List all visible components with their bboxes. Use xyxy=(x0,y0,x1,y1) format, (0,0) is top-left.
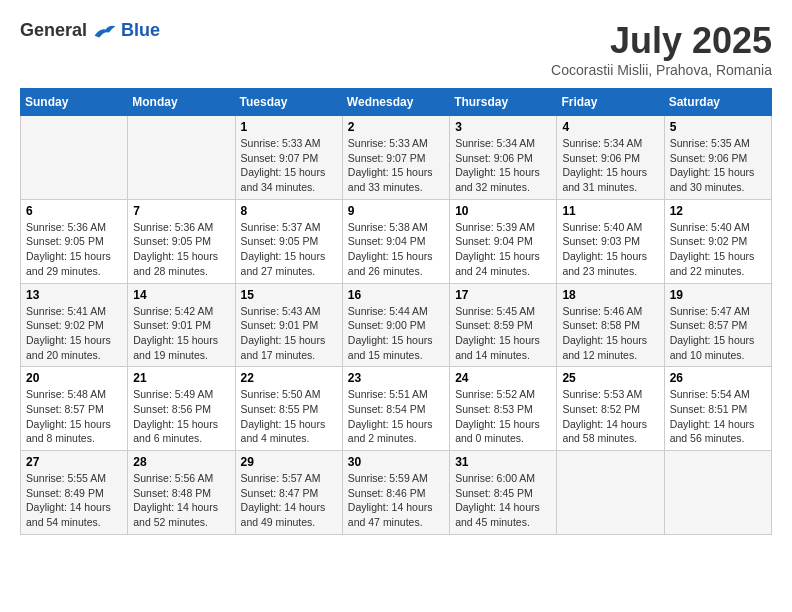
day-number: 2 xyxy=(348,120,444,134)
calendar-cell: 11Sunrise: 5:40 AMSunset: 9:03 PMDayligh… xyxy=(557,199,664,283)
calendar-cell: 31Sunrise: 6:00 AMSunset: 8:45 PMDayligh… xyxy=(450,451,557,535)
calendar-cell: 19Sunrise: 5:47 AMSunset: 8:57 PMDayligh… xyxy=(664,283,771,367)
calendar-cell: 30Sunrise: 5:59 AMSunset: 8:46 PMDayligh… xyxy=(342,451,449,535)
weekday-header-monday: Monday xyxy=(128,89,235,116)
logo-general: General xyxy=(20,20,87,41)
calendar-cell: 23Sunrise: 5:51 AMSunset: 8:54 PMDayligh… xyxy=(342,367,449,451)
calendar-cell: 15Sunrise: 5:43 AMSunset: 9:01 PMDayligh… xyxy=(235,283,342,367)
calendar-cell: 2Sunrise: 5:33 AMSunset: 9:07 PMDaylight… xyxy=(342,116,449,200)
day-info: Sunrise: 5:36 AMSunset: 9:05 PMDaylight:… xyxy=(133,220,229,279)
day-info: Sunrise: 5:54 AMSunset: 8:51 PMDaylight:… xyxy=(670,387,766,446)
calendar-cell: 5Sunrise: 5:35 AMSunset: 9:06 PMDaylight… xyxy=(664,116,771,200)
day-number: 16 xyxy=(348,288,444,302)
day-number: 3 xyxy=(455,120,551,134)
day-number: 28 xyxy=(133,455,229,469)
day-info: Sunrise: 5:41 AMSunset: 9:02 PMDaylight:… xyxy=(26,304,122,363)
calendar-table: SundayMondayTuesdayWednesdayThursdayFrid… xyxy=(20,88,772,535)
calendar-cell: 28Sunrise: 5:56 AMSunset: 8:48 PMDayligh… xyxy=(128,451,235,535)
day-number: 9 xyxy=(348,204,444,218)
calendar-cell: 4Sunrise: 5:34 AMSunset: 9:06 PMDaylight… xyxy=(557,116,664,200)
day-info: Sunrise: 5:46 AMSunset: 8:58 PMDaylight:… xyxy=(562,304,658,363)
day-info: Sunrise: 5:34 AMSunset: 9:06 PMDaylight:… xyxy=(562,136,658,195)
page-header: General Blue July 2025 Cocorastii Mislii… xyxy=(20,20,772,78)
calendar-week-2: 6Sunrise: 5:36 AMSunset: 9:05 PMDaylight… xyxy=(21,199,772,283)
calendar-cell: 3Sunrise: 5:34 AMSunset: 9:06 PMDaylight… xyxy=(450,116,557,200)
day-info: Sunrise: 5:42 AMSunset: 9:01 PMDaylight:… xyxy=(133,304,229,363)
day-number: 13 xyxy=(26,288,122,302)
calendar-cell: 17Sunrise: 5:45 AMSunset: 8:59 PMDayligh… xyxy=(450,283,557,367)
day-number: 21 xyxy=(133,371,229,385)
day-number: 7 xyxy=(133,204,229,218)
weekday-header-sunday: Sunday xyxy=(21,89,128,116)
calendar-cell: 1Sunrise: 5:33 AMSunset: 9:07 PMDaylight… xyxy=(235,116,342,200)
weekday-header-tuesday: Tuesday xyxy=(235,89,342,116)
day-number: 10 xyxy=(455,204,551,218)
day-number: 17 xyxy=(455,288,551,302)
weekday-header-friday: Friday xyxy=(557,89,664,116)
logo: General Blue xyxy=(20,20,160,41)
location: Cocorastii Mislii, Prahova, Romania xyxy=(551,62,772,78)
calendar-cell: 24Sunrise: 5:52 AMSunset: 8:53 PMDayligh… xyxy=(450,367,557,451)
day-info: Sunrise: 5:37 AMSunset: 9:05 PMDaylight:… xyxy=(241,220,337,279)
calendar-cell: 26Sunrise: 5:54 AMSunset: 8:51 PMDayligh… xyxy=(664,367,771,451)
day-number: 23 xyxy=(348,371,444,385)
day-number: 19 xyxy=(670,288,766,302)
calendar-header-row: SundayMondayTuesdayWednesdayThursdayFrid… xyxy=(21,89,772,116)
day-number: 26 xyxy=(670,371,766,385)
day-info: Sunrise: 5:34 AMSunset: 9:06 PMDaylight:… xyxy=(455,136,551,195)
day-info: Sunrise: 5:59 AMSunset: 8:46 PMDaylight:… xyxy=(348,471,444,530)
calendar-cell: 16Sunrise: 5:44 AMSunset: 9:00 PMDayligh… xyxy=(342,283,449,367)
calendar-cell: 12Sunrise: 5:40 AMSunset: 9:02 PMDayligh… xyxy=(664,199,771,283)
day-info: Sunrise: 5:51 AMSunset: 8:54 PMDaylight:… xyxy=(348,387,444,446)
day-info: Sunrise: 5:40 AMSunset: 9:03 PMDaylight:… xyxy=(562,220,658,279)
weekday-header-wednesday: Wednesday xyxy=(342,89,449,116)
day-info: Sunrise: 6:00 AMSunset: 8:45 PMDaylight:… xyxy=(455,471,551,530)
day-info: Sunrise: 5:53 AMSunset: 8:52 PMDaylight:… xyxy=(562,387,658,446)
calendar-cell xyxy=(557,451,664,535)
day-number: 15 xyxy=(241,288,337,302)
day-number: 1 xyxy=(241,120,337,134)
calendar-cell xyxy=(21,116,128,200)
day-number: 25 xyxy=(562,371,658,385)
calendar-cell xyxy=(128,116,235,200)
title-block: July 2025 Cocorastii Mislii, Prahova, Ro… xyxy=(551,20,772,78)
day-info: Sunrise: 5:57 AMSunset: 8:47 PMDaylight:… xyxy=(241,471,337,530)
calendar-week-5: 27Sunrise: 5:55 AMSunset: 8:49 PMDayligh… xyxy=(21,451,772,535)
day-number: 29 xyxy=(241,455,337,469)
calendar-week-3: 13Sunrise: 5:41 AMSunset: 9:02 PMDayligh… xyxy=(21,283,772,367)
calendar-week-4: 20Sunrise: 5:48 AMSunset: 8:57 PMDayligh… xyxy=(21,367,772,451)
calendar-cell: 14Sunrise: 5:42 AMSunset: 9:01 PMDayligh… xyxy=(128,283,235,367)
day-number: 27 xyxy=(26,455,122,469)
calendar-cell: 20Sunrise: 5:48 AMSunset: 8:57 PMDayligh… xyxy=(21,367,128,451)
calendar-cell: 29Sunrise: 5:57 AMSunset: 8:47 PMDayligh… xyxy=(235,451,342,535)
day-info: Sunrise: 5:52 AMSunset: 8:53 PMDaylight:… xyxy=(455,387,551,446)
month-title: July 2025 xyxy=(551,20,772,62)
weekday-header-thursday: Thursday xyxy=(450,89,557,116)
day-info: Sunrise: 5:55 AMSunset: 8:49 PMDaylight:… xyxy=(26,471,122,530)
calendar-week-1: 1Sunrise: 5:33 AMSunset: 9:07 PMDaylight… xyxy=(21,116,772,200)
day-info: Sunrise: 5:48 AMSunset: 8:57 PMDaylight:… xyxy=(26,387,122,446)
calendar-cell: 21Sunrise: 5:49 AMSunset: 8:56 PMDayligh… xyxy=(128,367,235,451)
day-info: Sunrise: 5:36 AMSunset: 9:05 PMDaylight:… xyxy=(26,220,122,279)
day-info: Sunrise: 5:47 AMSunset: 8:57 PMDaylight:… xyxy=(670,304,766,363)
day-number: 6 xyxy=(26,204,122,218)
calendar-cell: 25Sunrise: 5:53 AMSunset: 8:52 PMDayligh… xyxy=(557,367,664,451)
day-info: Sunrise: 5:39 AMSunset: 9:04 PMDaylight:… xyxy=(455,220,551,279)
day-number: 22 xyxy=(241,371,337,385)
day-info: Sunrise: 5:50 AMSunset: 8:55 PMDaylight:… xyxy=(241,387,337,446)
day-number: 24 xyxy=(455,371,551,385)
day-number: 30 xyxy=(348,455,444,469)
calendar-cell: 22Sunrise: 5:50 AMSunset: 8:55 PMDayligh… xyxy=(235,367,342,451)
day-number: 31 xyxy=(455,455,551,469)
day-number: 11 xyxy=(562,204,658,218)
calendar-cell: 8Sunrise: 5:37 AMSunset: 9:05 PMDaylight… xyxy=(235,199,342,283)
calendar-cell: 9Sunrise: 5:38 AMSunset: 9:04 PMDaylight… xyxy=(342,199,449,283)
calendar-cell: 18Sunrise: 5:46 AMSunset: 8:58 PMDayligh… xyxy=(557,283,664,367)
day-info: Sunrise: 5:44 AMSunset: 9:00 PMDaylight:… xyxy=(348,304,444,363)
calendar-cell: 10Sunrise: 5:39 AMSunset: 9:04 PMDayligh… xyxy=(450,199,557,283)
day-info: Sunrise: 5:33 AMSunset: 9:07 PMDaylight:… xyxy=(241,136,337,195)
calendar-cell: 13Sunrise: 5:41 AMSunset: 9:02 PMDayligh… xyxy=(21,283,128,367)
day-info: Sunrise: 5:40 AMSunset: 9:02 PMDaylight:… xyxy=(670,220,766,279)
logo-bird-icon xyxy=(93,21,117,41)
weekday-header-saturday: Saturday xyxy=(664,89,771,116)
